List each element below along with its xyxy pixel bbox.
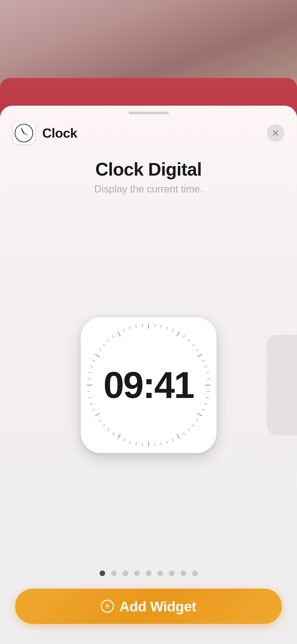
clock-center-dot [23,132,25,134]
app-icon [13,122,35,144]
page-dot-7[interactable] [181,571,186,576]
page-dot-3[interactable] [134,571,140,576]
page-dot-4[interactable] [146,571,151,576]
widget-title-section: Clock Digital Display the current time. [0,147,297,200]
page-dot-5[interactable] [157,571,163,576]
widget-preview-area: 09:41 [0,200,297,571]
clock-face-icon [15,124,33,142]
digital-clock-widget: 09:41 [81,317,217,453]
tick-marks-canvas [81,317,217,453]
widget-title: Clock Digital [15,159,282,179]
add-widget-label: Add Widget [119,598,196,615]
page-dot-2[interactable] [123,571,128,576]
widget-right-peek [267,335,297,435]
add-widget-button[interactable]: Add Widget [15,589,282,624]
plus-circle-icon [101,600,114,613]
sheet-header: Clock [0,114,297,147]
page-dot-1[interactable] [111,571,117,576]
page-dots [100,571,198,576]
page-dot-8[interactable] [192,571,198,576]
sheet-handle[interactable] [129,112,169,114]
widget-picker-sheet: Clock Clock Digital Display the current … [0,106,297,644]
app-name-label: Clock [42,126,77,141]
widget-subtitle: Display the current time. [15,183,282,195]
close-icon [272,129,279,137]
sheet-bottom: Add Widget [0,571,297,644]
page-dot-6[interactable] [169,571,175,576]
close-button[interactable] [267,124,284,142]
page-dot-0[interactable] [100,571,105,576]
